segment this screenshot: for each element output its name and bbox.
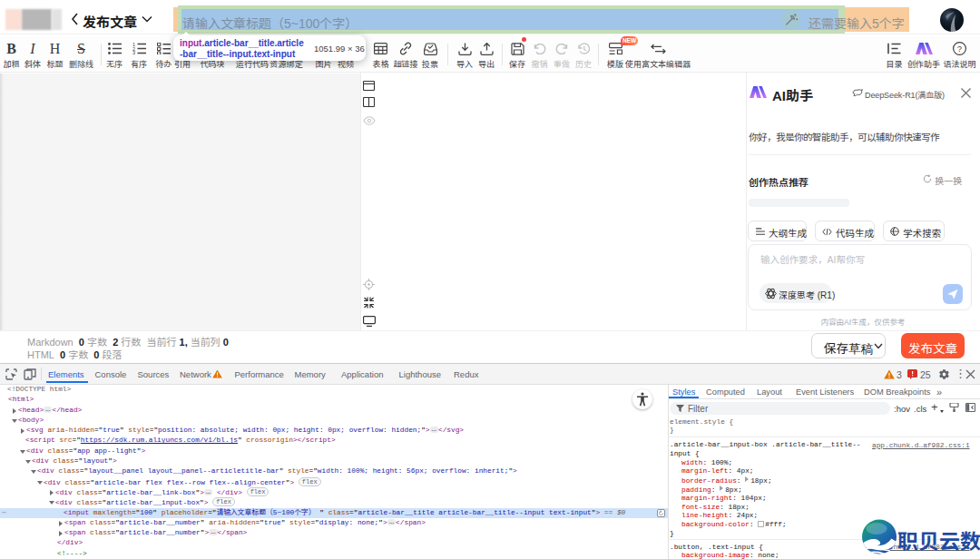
- svg-text:?: ?: [957, 44, 962, 54]
- svg-text:3: 3: [132, 50, 134, 54]
